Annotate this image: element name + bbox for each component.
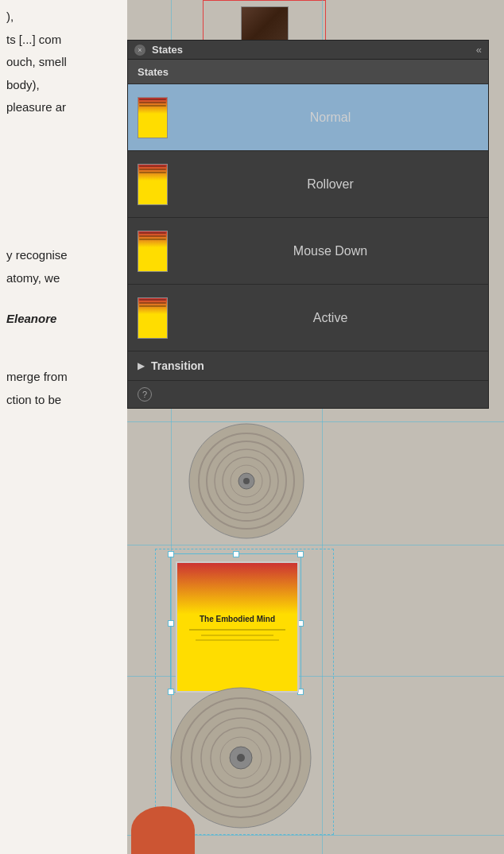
thumb-book-mousedown (138, 231, 168, 272)
handle-tr[interactable] (297, 551, 304, 557)
book-line (189, 629, 285, 631)
book-cover: The Embodied Mind (176, 561, 299, 693)
handle-tl[interactable] (168, 551, 174, 557)
thumb-book-lines-active (139, 299, 166, 307)
text-line-9: ction to be (6, 391, 121, 410)
state-thumbnail-rollover (138, 164, 168, 205)
record-area-bottom[interactable]: The Embodied Mind (155, 549, 334, 835)
state-item-active[interactable]: Active (128, 285, 488, 351)
transition-section[interactable]: ▶ Transition (128, 351, 488, 381)
svg-point-7 (243, 478, 250, 484)
thumb-line (139, 239, 166, 240)
state-label-rollover: Rollover (182, 177, 479, 192)
states-tab[interactable]: States (138, 66, 169, 78)
state-thumbnail-active (138, 297, 168, 339)
record-area-top (171, 421, 330, 545)
svg-point-15 (237, 754, 245, 762)
thumb-line (139, 102, 166, 103)
state-label-active: Active (182, 311, 479, 325)
thumb-book-rollover (138, 164, 168, 205)
thumb-book-normal (138, 97, 168, 138)
thumb-line (139, 105, 166, 107)
book-line3 (196, 639, 280, 641)
book-line2 (201, 635, 273, 636)
text-line-1: ), (6, 8, 121, 26)
thumb-line (139, 302, 166, 304)
thumb-line (139, 232, 166, 234)
text-line-3: ouch, smell (6, 53, 121, 72)
guide-line-h2 (127, 545, 504, 545)
handle-ml[interactable] (168, 620, 174, 627)
thumb-line (139, 99, 166, 100)
thumb-line (139, 305, 166, 307)
bottom-decorative-element (131, 806, 195, 854)
text-line-5: pleasure ar (6, 99, 121, 117)
collapse-button[interactable]: « (476, 44, 482, 56)
thumb-book-lines-rollover (139, 165, 166, 173)
close-button[interactable]: × (134, 45, 145, 56)
states-tab-bar: States (128, 60, 488, 84)
thumb-line (139, 172, 166, 173)
text-line-2: ts [...] com (6, 31, 121, 49)
state-label-normal: Normal (182, 111, 479, 125)
help-icon[interactable]: ? (138, 387, 152, 402)
panel-title-bar: × States (134, 44, 183, 56)
thumb-line (139, 165, 166, 167)
page-text-column: ), ts [...] com ouch, smell body), pleas… (0, 0, 127, 854)
text-line-4: body), (6, 76, 121, 95)
state-item-mousedown[interactable]: Mouse Down (128, 218, 488, 285)
record-svg-top (171, 421, 322, 541)
text-line-6: y recognise (6, 246, 121, 265)
panel-title: States (152, 44, 183, 56)
help-section: ? (128, 381, 488, 408)
thumb-line (139, 169, 166, 170)
thumb-line (139, 235, 166, 237)
handle-tm[interactable] (233, 551, 239, 557)
thumb-book-active (138, 297, 168, 339)
thumb-book-lines-mousedown (139, 232, 166, 240)
thumb-book-lines-normal (139, 99, 166, 107)
state-thumbnail-normal (138, 97, 168, 138)
state-label-mousedown: Mouse Down (182, 244, 479, 258)
transition-arrow-icon: ▶ (138, 360, 145, 371)
state-item-rollover[interactable]: Rollover (128, 151, 488, 218)
record-svg-bottom (156, 685, 327, 832)
transition-label: Transition (151, 359, 204, 372)
book-title: The Embodied Mind (196, 611, 278, 627)
panel-header: × States « (128, 41, 488, 60)
thumb-line (139, 299, 166, 301)
text-eleanore: Eleanore (6, 310, 121, 328)
text-line-7: atomy, we (6, 270, 121, 288)
states-panel: × States « States Normal (127, 40, 489, 409)
state-item-normal[interactable]: Normal (128, 84, 488, 151)
text-line-8: merge from (6, 368, 121, 386)
state-thumbnail-mousedown (138, 231, 168, 272)
